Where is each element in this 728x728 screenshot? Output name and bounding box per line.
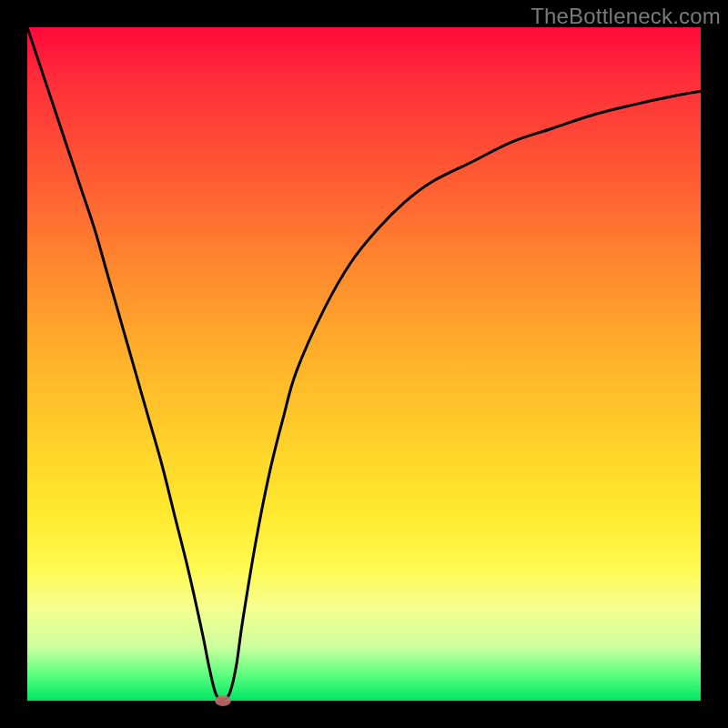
bottleneck-curve	[27, 27, 701, 700]
chart-frame: TheBottleneck.com	[0, 0, 728, 728]
plot-area	[27, 27, 701, 701]
minimum-marker	[215, 695, 231, 706]
curve-layer	[27, 27, 701, 701]
watermark-text: TheBottleneck.com	[531, 4, 721, 29]
